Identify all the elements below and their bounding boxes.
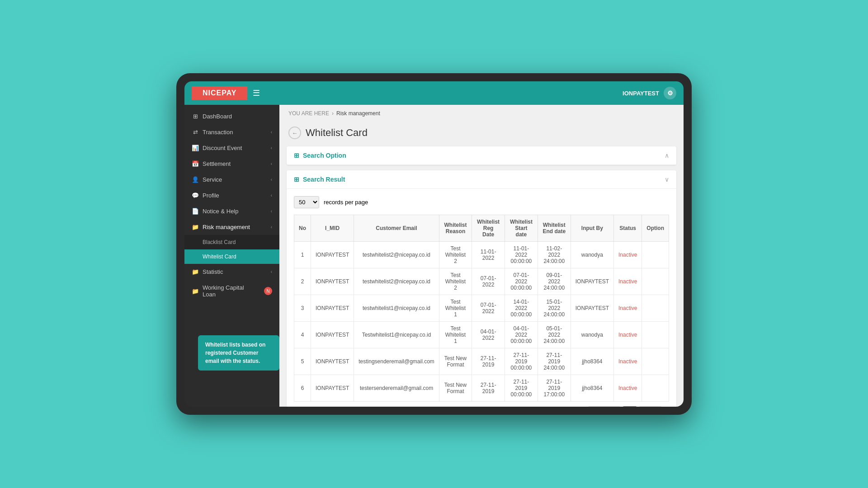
top-header: NICEPAY ☰ IONPAYTEST ⚙ [184,81,684,105]
cell-no: 6 [294,375,311,402]
back-icon: ← [292,130,298,136]
table-row: 6 IONPAYTEST testersenderemail@gmail.com… [294,375,669,402]
search-result-panel: ⊞ Search Result ∨ 50 25 100 recor [287,170,676,407]
search-option-panel: ⊞ Search Option ∧ [287,146,676,165]
back-button[interactable]: ← [288,127,301,139]
sidebar-item-label: Working Capital Loan [203,284,259,298]
settings-icon-button[interactable]: ⚙ [664,87,676,99]
chevron-down-icon: ‹ [271,225,272,230]
page-1-button[interactable]: 1 [623,406,637,407]
loan-badge: N [264,287,272,295]
cell-input-by: wanodya [571,322,613,348]
notice-icon: 📄 [192,208,199,215]
previous-button[interactable]: Previous [588,406,621,407]
cell-no: 5 [294,348,311,375]
chevron-icon: ‹ [271,177,272,182]
risk-submenu: Blacklist Card Whitelist Card [184,235,279,264]
cell-option [642,375,669,402]
cell-status: Inactive [613,375,642,402]
sidebar-item-profile[interactable]: 💬 Profile ‹ [184,188,279,203]
search-option-toggle[interactable]: ∧ [665,152,669,159]
sidebar-item-label: Discount Event [203,145,242,151]
cell-email: testwhitelist1@nicepay.co.id [354,295,439,322]
col-start-date: Whitelist Start date [505,215,538,242]
cell-start-date: 27-11-2019 00:00:00 [505,375,538,402]
sidebar-item-dashboard[interactable]: ⊞ DashBoard [184,108,279,124]
cell-option [642,268,669,295]
pagination-row: Showing 1 to 6 of 6 entries Previous 1 N… [294,402,669,407]
sidebar-item-settlement[interactable]: 📅 Settlement ‹ [184,156,279,172]
col-reg-date: Whitelist Reg Date [472,215,505,242]
table-row: 5 IONPAYTEST testingsenderemail@gmail.co… [294,348,669,375]
cell-option [642,322,669,348]
cell-end-date: 11-02-2022 24:00:00 [538,242,571,268]
hamburger-button[interactable]: ☰ [253,88,260,98]
cell-option [642,295,669,322]
cell-mid: IONPAYTEST [311,375,354,402]
discount-icon: 📊 [192,145,199,151]
table-header-row: No I_MID Customer Email Whitelist Reason… [294,215,669,242]
search-result-label: Search Result [303,176,345,183]
col-input-by: Input By [571,215,613,242]
cell-email: testwhitelist2@nicepay.co.id [354,268,439,295]
col-end-date: Whitelist End date [538,215,571,242]
pagination-buttons: Previous 1 Next [588,406,662,407]
cell-reg-date: 27-11-2019 [472,348,505,375]
cell-email: testwhitelist2@nicepay.co.id [354,242,439,268]
records-per-page-label: records per page [324,199,368,206]
search-option-header: ⊞ Search Option ∧ [287,146,676,165]
sidebar-sub-item-whitelist[interactable]: Whitelist Card [184,249,279,264]
cell-email: testingsenderemail@gmail.com [354,348,439,375]
sidebar-item-service[interactable]: 👤 Service ‹ [184,172,279,188]
sidebar-item-notice[interactable]: 📄 Notice & Help ‹ [184,203,279,219]
sidebar-item-label: Notice & Help [203,208,238,215]
cell-mid: IONPAYTEST [311,242,354,268]
transaction-icon: ⇄ [192,129,199,136]
page-title-area: ← Whitelist Card [279,122,684,146]
cell-mid: IONPAYTEST [311,348,354,375]
whitelist-table: No I_MID Customer Email Whitelist Reason… [294,215,669,402]
cell-reason: Test Whitelist 2 [439,242,472,268]
tooltip-box: Whitelist lists based on registered Cust… [198,335,279,371]
cell-status: Inactive [613,268,642,295]
table-row: 3 IONPAYTEST testwhitelist1@nicepay.co.i… [294,295,669,322]
sidebar-item-discount[interactable]: 📊 Discount Event ‹ [184,140,279,156]
cell-reason: Test Whitelist 1 [439,295,472,322]
breadcrumb: YOU ARE HERE › Risk management [279,105,684,122]
chevron-icon: ‹ [271,193,272,198]
loan-icon: 📁 [192,288,199,295]
cell-reg-date: 11-01-2022 [472,242,505,268]
chevron-icon: ‹ [271,161,272,166]
logo: NICEPAY [192,86,247,100]
cell-start-date: 07-01-2022 00:00:00 [505,268,538,295]
next-button[interactable]: Next [639,406,662,407]
sidebar-item-label: Transaction [203,129,233,136]
cell-end-date: 27-11-2019 17:00:00 [538,375,571,402]
search-result-toggle[interactable]: ∨ [665,176,669,183]
cell-end-date: 27-11-2019 24:00:00 [538,348,571,375]
cell-reg-date: 27-11-2019 [472,375,505,402]
cell-reason: Test Whitelist 1 [439,322,472,348]
cell-status: Inactive [613,242,642,268]
sidebar-item-statistic[interactable]: 📁 Statistic ‹ [184,264,279,280]
breadcrumb-current: Risk management [336,110,380,117]
sidebar-item-label: Settlement [203,160,231,167]
sidebar-sub-item-blacklist[interactable]: Blacklist Card [184,235,279,249]
breadcrumb-separator: › [332,110,334,117]
statistic-icon: 📁 [192,268,199,275]
table-row: 4 IONPAYTEST Testwhitelist1@nicepay.co.i… [294,322,669,348]
records-per-page-row: 50 25 100 records per page [294,196,669,208]
cell-reg-date: 07-01-2022 [472,295,505,322]
table-row: 2 IONPAYTEST testwhitelist2@nicepay.co.i… [294,268,669,295]
cell-option [642,242,669,268]
records-per-page-select[interactable]: 50 25 100 [294,196,319,208]
col-email: Customer Email [354,215,439,242]
sidebar-item-risk[interactable]: 📁 Risk management ‹ [184,219,279,235]
sidebar-item-label: Statistic [203,268,223,275]
sidebar-item-loan[interactable]: 📁 Working Capital Loan N [184,280,279,302]
sidebar-item-transaction[interactable]: ⇄ Transaction ‹ [184,124,279,140]
cell-mid: IONPAYTEST [311,268,354,295]
cell-reason: Test New Format [439,348,472,375]
cell-no: 1 [294,242,311,268]
cell-input-by: jjho8364 [571,348,613,375]
